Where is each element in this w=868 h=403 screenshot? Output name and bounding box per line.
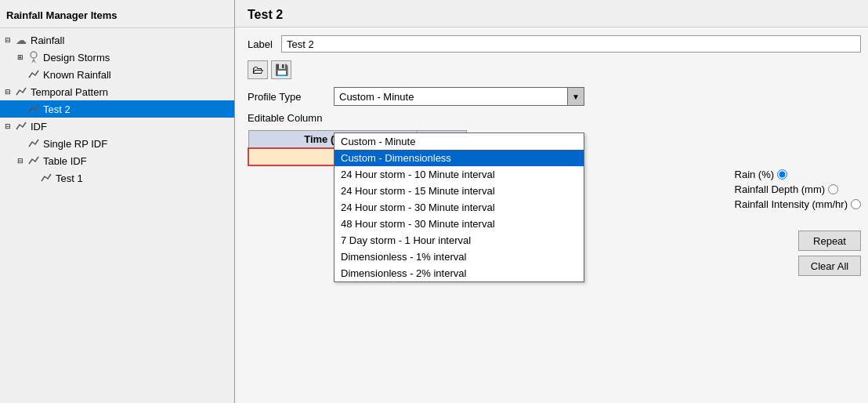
radio-label-0: Rain (%) xyxy=(735,169,775,180)
dropdown-option[interactable]: 24 Hour storm - 30 Minute interval xyxy=(335,199,584,216)
tree-item-test2[interactable]: Test 2 xyxy=(0,100,234,118)
right-options: Rain (%) Rainfall Depth (mm) Rainfall In… xyxy=(735,27,868,276)
repeat-button[interactable]: Repeat xyxy=(798,231,861,251)
profile-type-select[interactable]: Custom - Minute xyxy=(334,87,584,106)
tree-item-known-rainfall[interactable]: Known Rainfall xyxy=(0,66,234,83)
radio-label-1: Rainfall Depth (mm) xyxy=(735,183,826,195)
collapse-icon[interactable]: ⊟ xyxy=(3,35,13,45)
leaf-spacer xyxy=(16,70,25,79)
tree-item-label: Single RP IDF xyxy=(43,138,107,150)
collapse-icon[interactable]: ⊟ xyxy=(3,122,13,131)
leaf-spacer xyxy=(16,104,25,114)
page-title: Test 2 xyxy=(235,0,868,27)
tree-item-label: Table IDF xyxy=(43,155,87,167)
clear-all-button[interactable]: Clear All xyxy=(798,256,861,276)
leaf-spacer xyxy=(28,173,38,183)
dropdown-option[interactable]: 7 Day storm - 1 Hour interval xyxy=(335,232,584,249)
chart-icon xyxy=(39,171,53,185)
open-button[interactable]: 🗁 xyxy=(248,60,268,79)
cloud-icon: ☁ xyxy=(14,33,28,47)
right-panel: Test 2 Label 🗁 💾 Profile Type Custom - M… xyxy=(235,0,868,403)
profile-type-select-wrapper: Custom - Minute ▼ xyxy=(334,87,584,106)
expand-icon[interactable]: ⊞ xyxy=(16,53,25,62)
profile-type-dropdown[interactable]: Custom - MinuteCustom - Dimensionless24 … xyxy=(334,133,584,282)
dropdown-option[interactable]: Dimensionless - 2% interval xyxy=(335,265,584,281)
chart-icon xyxy=(27,102,41,116)
tree-item-label: Test 2 xyxy=(43,103,71,115)
tree-item-single-rp-idf[interactable]: Single RP IDF xyxy=(0,135,234,152)
tree-item-idf[interactable]: ⊟ IDF xyxy=(0,118,234,135)
radio-group: Rain (%) Rainfall Depth (mm) Rainfall In… xyxy=(735,169,861,210)
radio-option-1[interactable]: Rainfall Depth (mm) xyxy=(735,183,861,195)
panel-title: Rainfall Manager Items xyxy=(0,6,234,28)
chart-icon xyxy=(27,154,41,168)
dropdown-option[interactable]: Custom - Dimensionless xyxy=(335,150,584,166)
profile-type-value: Custom - Minute xyxy=(339,91,414,103)
profile-type-label: Profile Type xyxy=(248,91,334,103)
left-panel: Rainfall Manager Items ⊟☁Rainfall⊞ Desig… xyxy=(0,0,235,403)
tree-item-label: Test 1 xyxy=(56,172,83,184)
radio-input-2[interactable] xyxy=(851,199,861,209)
leaf-spacer xyxy=(16,139,25,148)
tree-item-label: Temporal Pattern xyxy=(31,86,108,98)
tree-item-design-storms[interactable]: ⊞ Design Storms xyxy=(0,49,234,66)
radio-label-2: Rainfall Intensity (mm/hr) xyxy=(735,198,848,210)
save-button[interactable]: 💾 xyxy=(271,60,291,79)
dropdown-option[interactable]: Custom - Minute xyxy=(335,133,584,150)
chart-icon xyxy=(14,85,28,99)
tree-item-rainfall[interactable]: ⊟☁Rainfall xyxy=(0,31,234,49)
radio-input-1[interactable] xyxy=(828,184,838,194)
svg-marker-1 xyxy=(31,58,36,64)
radio-option-2[interactable]: Rainfall Intensity (mm/hr) xyxy=(735,198,861,210)
dropdown-option[interactable]: 48 Hour storm - 30 Minute interval xyxy=(335,216,584,232)
folder-open-icon: 🗁 xyxy=(252,64,263,76)
tree-item-label: Design Storms xyxy=(43,52,110,64)
label-field-label: Label xyxy=(248,38,275,50)
dropdown-option[interactable]: 24 Hour storm - 15 Minute interval xyxy=(335,183,584,199)
editable-column-label: Editable Column xyxy=(248,112,334,124)
chart-icon xyxy=(14,119,28,133)
tree-item-label: IDF xyxy=(31,121,47,133)
collapse-icon[interactable]: ⊟ xyxy=(3,87,13,96)
dropdown-option[interactable]: Dimensionless - 1% interval xyxy=(335,249,584,265)
dropdown-option[interactable]: 24 Hour storm - 10 Minute interval xyxy=(335,166,584,183)
save-icon: 💾 xyxy=(275,64,288,76)
tree-item-label: Known Rainfall xyxy=(43,69,111,81)
chart-icon xyxy=(27,136,41,151)
collapse-icon[interactable]: ⊟ xyxy=(16,156,25,165)
tree-item-temporal-pattern[interactable]: ⊟ Temporal Pattern xyxy=(0,83,234,100)
tree-item-table-idf[interactable]: ⊟ Table IDF xyxy=(0,152,234,169)
radio-input-0[interactable] xyxy=(777,169,787,180)
svg-point-0 xyxy=(31,52,37,58)
chart-icon xyxy=(27,67,41,82)
tree-item-label: Rainfall xyxy=(31,34,64,46)
tree-item-test1[interactable]: Test 1 xyxy=(0,169,234,187)
content-area: Label 🗁 💾 Profile Type Custom - Minute ▼ xyxy=(235,27,868,403)
radio-option-0[interactable]: Rain (%) xyxy=(735,169,861,180)
storm-icon xyxy=(27,50,41,64)
